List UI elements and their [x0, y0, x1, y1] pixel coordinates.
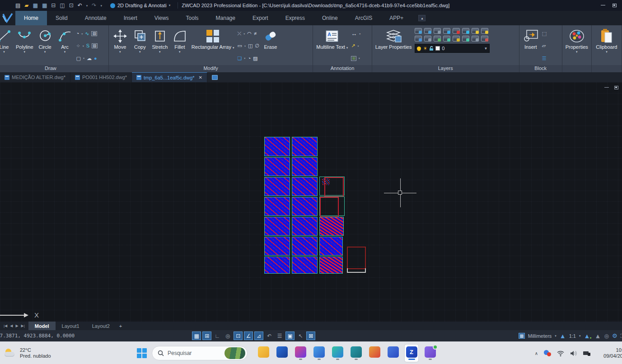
tab-online[interactable]: Online [313, 11, 346, 25]
trim-icon[interactable]: ⤫ [237, 31, 241, 36]
ribbon-collapse-button[interactable]: ▴ [418, 15, 426, 21]
taskbar-app-file-explorer[interactable] [257, 345, 270, 362]
move-button[interactable]: Move ▾ [111, 27, 130, 55]
dynamic-input-toggle[interactable]: ⊿ [254, 331, 263, 340]
layer-tool-icon[interactable] [472, 36, 479, 42]
search-box[interactable]: Pesquisar [152, 346, 248, 360]
rectangle-icon[interactable]: ▢ [76, 56, 81, 61]
tab-home[interactable]: Home [15, 11, 47, 25]
weather-widget[interactable]: 22°C Pred. nublado [0, 347, 108, 359]
clean-screen-toggle[interactable]: ⊠ [306, 331, 315, 340]
layer-tool-icon[interactable] [415, 36, 422, 42]
tab-express[interactable]: Express [277, 11, 313, 25]
layout-tab-layout1[interactable]: Layout1 [56, 322, 86, 330]
restore-icon[interactable] [613, 4, 617, 7]
chevron-down-icon[interactable]: ▾ [555, 334, 557, 338]
break-icon[interactable]: ∅ [255, 43, 259, 48]
search-highlight-image[interactable] [224, 347, 245, 359]
taskbar-app-sap-logon[interactable] [368, 345, 381, 362]
line-button[interactable]: Line ▾ [0, 27, 14, 55]
taskbar-app-dev-tool-blue[interactable] [312, 345, 326, 362]
object-snap-tracking-toggle[interactable]: ∠ [244, 331, 253, 340]
last-layout-icon[interactable]: ▶| [21, 324, 25, 328]
layer-on-icon[interactable] [417, 47, 421, 51]
document-tab[interactable]: MEDIÇÃO ALTIER.dwg* [0, 72, 70, 82]
redo-caret-icon[interactable]: ▾ [100, 4, 102, 7]
tab-insert[interactable]: Insert [115, 11, 146, 25]
ellipse-icon[interactable]: ◔ [76, 31, 80, 36]
document-tab[interactable]: tmp_6a5...1eaf5c.dwg*✕ [132, 72, 207, 82]
taskbar-clock[interactable]: 10:4 09/04/202 [597, 347, 622, 359]
layer-tool-icon[interactable] [443, 36, 450, 42]
prev-layout-icon[interactable]: ◀ [10, 324, 13, 328]
annotation-scale-icon[interactable]: ▲ [560, 332, 566, 340]
edit-block-icon[interactable]: ▱ [542, 43, 546, 48]
layer-properties-button[interactable]: Layer Properties [374, 27, 413, 51]
tab-app-[interactable]: APP+ [381, 11, 412, 25]
device-icon[interactable] [583, 350, 591, 356]
dynamic-ucs-toggle[interactable]: ↶ [265, 331, 274, 340]
layer-tool-icon[interactable] [434, 28, 441, 34]
tray-chevron-up-icon[interactable]: ∧ [535, 351, 538, 356]
ortho-toggle[interactable]: ∟ [213, 331, 222, 340]
redo-icon[interactable]: ↷ [92, 3, 96, 8]
layer-tool-icon[interactable] [481, 36, 488, 42]
scale-icon[interactable]: ≠ [254, 31, 257, 36]
copy-button[interactable]: Copy ▾ [131, 27, 150, 55]
properties-button[interactable]: Properties ▾ [564, 27, 589, 55]
tab-solid[interactable]: Solid [47, 11, 76, 25]
taskbar-app-microsoft-store[interactable] [275, 345, 289, 362]
first-layout-icon[interactable]: |◀ [4, 324, 7, 328]
pickbox-icon[interactable]: ⊡ [69, 3, 74, 8]
tab-views[interactable]: Views [146, 11, 178, 25]
add-layout-button[interactable]: + [116, 322, 125, 330]
snap-toggle[interactable]: ⊞ [202, 331, 211, 340]
drawing-canvas[interactable]: X [0, 82, 622, 322]
taskbar-app-contacts[interactable] [423, 345, 437, 362]
leader-icon[interactable]: ↗ [351, 43, 355, 48]
next-layout-icon[interactable]: ▶ [15, 324, 18, 328]
tab-manage[interactable]: Manage [207, 11, 244, 25]
taskbar-app-photos[interactable] [294, 345, 307, 362]
s-curve-icon[interactable]: S [86, 43, 89, 48]
tab-export[interactable]: Export [244, 11, 277, 25]
layer-tool-icon[interactable] [462, 28, 469, 34]
fullscreen-icon[interactable]: ⛶ [621, 333, 622, 339]
new-drawing-button[interactable] [210, 72, 220, 82]
drafting-units-icon[interactable]: ▦ [519, 333, 524, 339]
layout-tab-model[interactable]: Model [28, 322, 56, 330]
undo-caret-icon[interactable]: ▾ [86, 4, 88, 7]
layer-dropdown[interactable]: ☀ 0 ▼ [415, 44, 490, 53]
settings-gear-icon[interactable]: ⚙ [612, 332, 617, 339]
revision-cloud-icon[interactable]: ☁ [87, 56, 92, 61]
object-snap-toggle[interactable]: ⊡ [234, 331, 243, 340]
taskbar-app-zwcad[interactable]: Z [405, 345, 418, 362]
close-tab-icon[interactable]: ✕ [199, 75, 202, 80]
circle-button[interactable]: Circle ▾ [36, 27, 55, 55]
layer-tool-icon[interactable] [453, 36, 460, 42]
layer-tool-icon[interactable] [424, 28, 431, 34]
clipboard-button[interactable]: Clipboard ▾ [594, 27, 618, 55]
start-button[interactable] [136, 348, 147, 359]
dimension-icon[interactable]: ↔ [351, 31, 357, 37]
spline-icon[interactable]: ∿ [85, 31, 89, 36]
explode-icon[interactable]: ❏ [237, 56, 242, 61]
layer-tool-icon[interactable] [415, 28, 422, 34]
grid-toggle[interactable]: ▦ [192, 331, 201, 340]
stretch-button[interactable]: Stretch ▾ [150, 27, 169, 55]
offset-icon[interactable]: ▭ [237, 43, 242, 48]
workspace-selector[interactable]: 2D Drafting & Annotati ▾ [107, 2, 174, 9]
layer-color-swatch[interactable] [435, 46, 440, 51]
layer-thaw-icon[interactable]: ☀ [423, 46, 427, 51]
units-label[interactable]: Millimeters [528, 333, 552, 339]
taskbar-app-edge-browser[interactable] [331, 345, 344, 362]
polar-tracking-toggle[interactable]: ◎ [223, 331, 232, 340]
doc-minimize-icon[interactable] [604, 87, 609, 88]
layer-tool-icon[interactable] [443, 28, 450, 34]
minimize-icon[interactable] [601, 5, 605, 5]
erase-button[interactable]: Erase [261, 27, 280, 51]
speaker-icon[interactable] [570, 350, 577, 356]
taskbar-app-chat-teal[interactable] [349, 345, 363, 362]
create-block-icon[interactable]: ⬚ [542, 31, 547, 36]
insert-button[interactable]: Insert [521, 27, 540, 51]
